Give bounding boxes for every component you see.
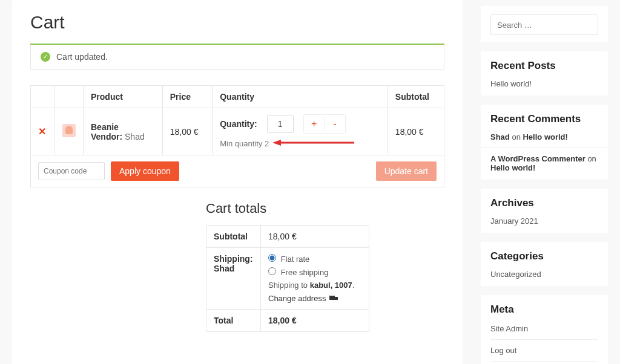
subtotal-label: Subtotal — [206, 226, 261, 248]
price-cell: 18,00 € — [162, 108, 212, 155]
cart-actions-row: Apply coupon Update cart — [31, 155, 444, 187]
comment-post[interactable]: Hello world! — [523, 132, 567, 141]
shipping-label: Shipping: Shad — [206, 248, 261, 310]
truck-icon — [329, 296, 338, 302]
cart-table: Product Price Quantity Subtotal ✕ Beanie — [30, 85, 444, 187]
comment-post[interactable]: Hello world! — [490, 163, 535, 172]
categories-widget: Categories Uncategorized — [481, 242, 608, 286]
comment-author[interactable]: A WordPress Commenter — [490, 154, 585, 163]
shipping-destination: Shipping to kabul, 1007. — [268, 281, 361, 290]
search-input[interactable] — [490, 15, 598, 35]
flat-rate-radio[interactable] — [268, 254, 276, 262]
col-product: Product — [84, 86, 163, 108]
free-shipping-label: Free shipping — [281, 268, 329, 277]
change-address-link[interactable]: Change address — [268, 294, 338, 303]
notice-text: Cart updated. — [56, 52, 108, 62]
annotation-arrow-icon — [272, 138, 357, 149]
recent-posts-widget: Recent Posts Hello world! — [481, 51, 608, 96]
col-thumb — [55, 86, 84, 108]
recent-comment-item: A WordPress Commenter on Hello world! — [481, 148, 608, 172]
meta-log-out[interactable]: Log out — [490, 339, 598, 361]
main-content: Cart ✓ Cart updated. Product Price Quant… — [12, 0, 463, 364]
remove-item-button[interactable]: ✕ — [38, 127, 46, 137]
subtotal-cell: 18,00 € — [388, 108, 444, 155]
check-icon: ✓ — [41, 52, 50, 62]
categories-title: Categories — [490, 250, 598, 262]
subtotal-value: 18,00 € — [261, 226, 369, 248]
recent-comments-widget: Recent Comments Shad on Hello world! A W… — [481, 105, 608, 180]
shipping-flat-rate[interactable]: Flat rate — [268, 254, 361, 264]
category-link[interactable]: Uncategorized — [490, 270, 598, 279]
product-cell: Beanie Vendor: Shad — [84, 108, 163, 155]
meta-site-admin[interactable]: Site Admin — [490, 323, 598, 339]
min-quantity-note: Min quantity 2 — [220, 139, 269, 148]
product-name[interactable]: Beanie — [91, 122, 119, 132]
cart-totals-title: Cart totals — [206, 201, 444, 216]
page-title: Cart — [30, 12, 444, 33]
cart-totals: Cart totals Subtotal 18,00 € Shipping: S… — [206, 201, 444, 332]
meta-entries-feed[interactable]: Entries feed — [490, 361, 598, 364]
quantity-cell: Quantity: + - Min quantity 2 — [213, 108, 388, 155]
col-subtotal: Subtotal — [388, 86, 444, 108]
archives-widget: Archives January 2021 — [481, 189, 608, 233]
col-quantity: Quantity — [213, 86, 388, 108]
qty-minus-button[interactable]: - — [325, 115, 345, 133]
total-label: Total — [206, 310, 261, 332]
comment-author[interactable]: Shad — [490, 132, 510, 141]
quantity-label: Quantity: — [220, 119, 257, 129]
quantity-input[interactable] — [267, 115, 294, 133]
coupon-input[interactable] — [38, 162, 105, 180]
shipping-options: Flat rate Free shipping Shipping to kabu… — [261, 248, 369, 310]
recent-posts-title: Recent Posts — [490, 60, 598, 72]
meta-title: Meta — [490, 304, 598, 316]
update-cart-button[interactable]: Update cart — [376, 161, 437, 181]
recent-comments-title: Recent Comments — [490, 113, 598, 125]
col-remove — [31, 86, 55, 108]
archive-link[interactable]: January 2021 — [490, 216, 598, 226]
total-value: 18,00 € — [261, 310, 369, 332]
cart-notice: ✓ Cart updated. — [30, 45, 444, 70]
recent-comment-item: Shad on Hello world! — [490, 132, 598, 141]
svg-marker-1 — [272, 140, 281, 146]
vendor-name: Shad — [125, 132, 145, 141]
product-thumbnail[interactable] — [62, 124, 76, 137]
flat-rate-label: Flat rate — [281, 255, 310, 264]
col-price: Price — [162, 86, 212, 108]
search-widget — [481, 6, 608, 42]
table-row: ✕ Beanie Vendor: Shad 18,00 € Quantity: — [31, 108, 444, 155]
meta-widget: Meta Site Admin Log out Entries feed — [481, 295, 608, 364]
apply-coupon-button[interactable]: Apply coupon — [111, 161, 179, 181]
recent-post-link[interactable]: Hello world! — [490, 79, 598, 88]
archives-title: Archives — [490, 197, 598, 209]
quantity-stepper: + - — [303, 114, 346, 134]
sidebar: Recent Posts Hello world! Recent Comment… — [481, 0, 608, 364]
shipping-free[interactable]: Free shipping — [268, 267, 361, 277]
qty-plus-button[interactable]: + — [304, 115, 325, 133]
free-shipping-radio[interactable] — [268, 267, 276, 275]
vendor-label: Vendor: — [91, 132, 122, 141]
